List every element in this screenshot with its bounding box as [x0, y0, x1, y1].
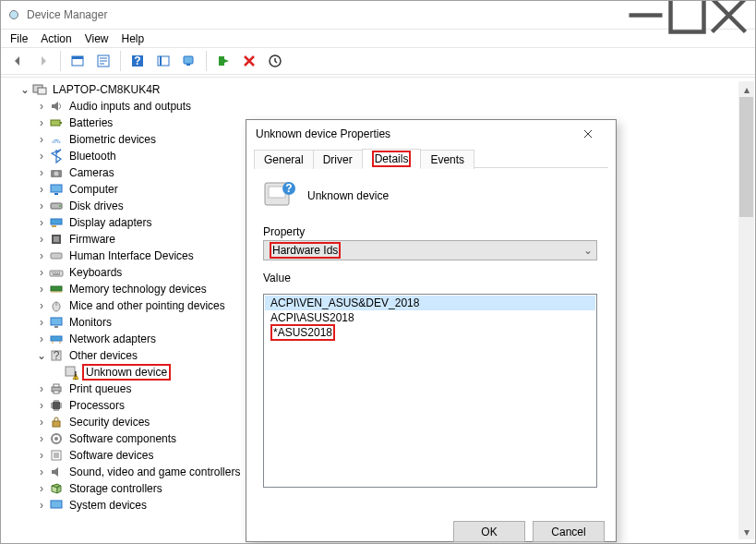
value-item-2-highlight: *ASUS2018	[270, 324, 335, 341]
svg-rect-13	[38, 88, 46, 94]
svg-rect-47	[51, 501, 62, 508]
svg-rect-7	[160, 56, 162, 66]
menu-file[interactable]: File	[10, 32, 28, 45]
update-driver-button[interactable]	[178, 50, 200, 72]
chevron-right-icon[interactable]: ›	[36, 166, 47, 179]
chevron-right-icon[interactable]: ›	[36, 100, 47, 113]
dialog-titlebar[interactable]: Unknown device Properties	[246, 120, 616, 148]
value-item-2[interactable]: *ASUS2018	[265, 325, 595, 340]
svg-rect-30	[51, 318, 62, 325]
tab-events[interactable]: Events	[420, 150, 474, 169]
svg-text:?: ?	[285, 182, 292, 195]
chevron-right-icon[interactable]: ›	[36, 465, 47, 478]
menu-help[interactable]: Help	[122, 32, 145, 45]
chevron-down-icon[interactable]: ⌄	[36, 349, 47, 362]
svg-rect-15	[60, 122, 62, 124]
chevron-right-icon[interactable]: ›	[36, 399, 47, 412]
tab-details-highlight: Details	[372, 151, 412, 167]
chevron-right-icon[interactable]: ›	[36, 449, 47, 462]
scroll-down-button[interactable]: ▾	[738, 524, 754, 539]
tree-item-label: Memory technology devices	[67, 283, 209, 296]
value-listbox[interactable]: ACPI\VEN_ASUS&DEV_2018 ACPI\ASUS2018 *AS…	[263, 294, 597, 488]
show-hidden-button[interactable]	[66, 50, 89, 72]
computer-root-icon	[32, 82, 47, 97]
bluetooth-icon	[49, 149, 64, 163]
chevron-right-icon[interactable]: ›	[36, 199, 47, 212]
tree-item-audio[interactable]: ›Audio inputs and outputs	[5, 98, 734, 115]
back-button[interactable]	[6, 50, 29, 72]
tree-root[interactable]: ⌄ LAPTOP-CM8KUK4R	[5, 81, 734, 98]
menu-action[interactable]: Action	[41, 32, 71, 45]
menu-view[interactable]: View	[85, 32, 109, 45]
chevron-right-icon[interactable]: ›	[36, 432, 47, 445]
tab-details[interactable]: Details	[362, 149, 422, 169]
chevron-right-icon[interactable]: ›	[36, 183, 47, 196]
scroll-up-button[interactable]: ▴	[738, 81, 754, 97]
scan-hardware-button[interactable]	[152, 50, 174, 72]
svg-rect-28	[51, 286, 62, 291]
vertical-scrollbar[interactable]: ▴ ▾	[738, 81, 754, 539]
chevron-right-icon[interactable]: ›	[36, 133, 47, 146]
property-dropdown[interactable]: Hardware Ids ⌄	[263, 240, 597, 260]
other-devices-icon: ?	[49, 348, 64, 363]
svg-rect-8	[184, 56, 193, 64]
chevron-right-icon[interactable]: ›	[36, 299, 47, 312]
chevron-right-icon[interactable]: ›	[36, 416, 47, 429]
chevron-right-icon[interactable]: ›	[36, 316, 47, 329]
scroll-thumb[interactable]	[739, 97, 753, 217]
value-item-1[interactable]: ACPI\ASUS2018	[265, 310, 595, 325]
chevron-right-icon[interactable]: ›	[36, 116, 47, 129]
properties-dialog: Unknown device Properties General Driver…	[246, 119, 617, 542]
dialog-close-button[interactable]	[570, 121, 606, 147]
chevron-right-icon[interactable]: ›	[36, 283, 47, 296]
svg-rect-41	[53, 402, 60, 409]
ok-button[interactable]: OK	[453, 521, 525, 542]
dialog-details-panel: ? Unknown device Property Hardware Ids ⌄…	[246, 168, 616, 499]
toolbar-separator	[206, 51, 207, 71]
help-button[interactable]: ?	[126, 50, 149, 72]
svg-rect-46	[54, 453, 59, 458]
chevron-right-icon[interactable]: ›	[36, 266, 47, 279]
svg-rect-40	[54, 391, 59, 393]
chevron-right-icon[interactable]: ›	[36, 216, 47, 229]
tree-root-label: LAPTOP-CM8KUK4R	[51, 83, 162, 96]
tree-item-label: Audio inputs and outputs	[67, 100, 193, 113]
tab-driver[interactable]: Driver	[313, 150, 363, 169]
chevron-right-icon[interactable]: ›	[36, 382, 47, 395]
system-icon	[49, 498, 64, 513]
chevron-right-icon[interactable]: ›	[36, 150, 47, 163]
chevron-right-icon[interactable]: ›	[36, 332, 47, 345]
chevron-right-icon[interactable]: ›	[36, 233, 47, 246]
tab-general[interactable]: General	[254, 150, 314, 169]
svg-rect-27	[50, 271, 63, 276]
properties-button[interactable]	[92, 50, 114, 72]
monitor-icon	[49, 315, 64, 330]
forward-button[interactable]	[32, 50, 54, 72]
close-button[interactable]	[708, 2, 750, 28]
svg-rect-31	[54, 326, 58, 328]
minimize-button[interactable]	[625, 2, 666, 28]
chevron-right-icon[interactable]: ›	[36, 482, 47, 495]
cpu-icon	[49, 398, 64, 413]
svg-point-17	[54, 172, 59, 176]
maximize-button[interactable]	[666, 2, 708, 28]
battery-icon	[49, 115, 64, 130]
sw-components-icon	[49, 431, 64, 446]
value-item-0[interactable]: ACPI\VEN_ASUS&DEV_2018	[265, 296, 595, 310]
cancel-button[interactable]: Cancel	[533, 521, 605, 542]
tree-item-label: Batteries	[67, 116, 114, 129]
svg-point-21	[59, 205, 61, 207]
app-icon	[6, 7, 21, 22]
tree-item-label: Network adapters	[67, 332, 158, 345]
chevron-right-icon[interactable]: ›	[36, 249, 47, 262]
tree-item-label: System devices	[67, 499, 149, 512]
action-events-button[interactable]	[264, 50, 286, 72]
svg-text:?: ?	[54, 349, 60, 362]
svg-rect-10	[219, 56, 224, 66]
chevron-right-icon[interactable]: ›	[36, 499, 47, 512]
chevron-down-icon[interactable]: ⌄	[19, 83, 30, 96]
uninstall-device-button[interactable]	[238, 50, 260, 72]
hid-icon	[49, 248, 64, 263]
tree-item-label: Human Interface Devices	[67, 249, 196, 262]
enable-device-button[interactable]	[212, 50, 234, 72]
